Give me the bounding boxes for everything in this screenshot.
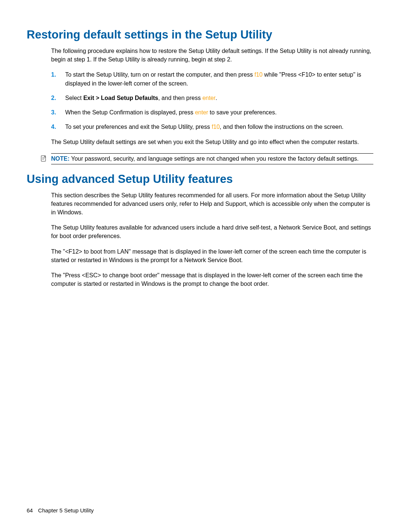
step-number: 2. <box>51 94 65 102</box>
text-pre: When the Setup Confirmation is displayed… <box>65 109 195 116</box>
text-mid: , and then press <box>158 95 202 101</box>
step-1: 1. To start the Setup Utility, turn on o… <box>51 70 373 87</box>
section2-p4: The "Press <ESC> to change boot order" m… <box>51 271 373 288</box>
note-icon <box>40 155 48 164</box>
step-text: When the Setup Confirmation is displayed… <box>65 108 373 117</box>
section2-p3: The "<F12> to boot from LAN" message tha… <box>51 247 373 264</box>
note-body: NOTE: Your password, security, and langu… <box>51 153 373 164</box>
step-text: Select Exit > Load Setup Defaults, and t… <box>65 94 373 102</box>
keycap-f10: f10 <box>254 71 263 78</box>
note-text: Your password, security, and language se… <box>70 155 359 162</box>
section1-after: The Setup Utility default settings are s… <box>51 138 373 146</box>
keycap-enter: enter <box>202 95 215 101</box>
step-number: 4. <box>51 123 65 131</box>
page-number: 64 <box>27 507 33 513</box>
step-2: 2. Select Exit > Load Setup Defaults, an… <box>51 94 373 102</box>
text-post: to save your preferences. <box>208 109 277 116</box>
section1-body: The following procedure explains how to … <box>51 47 373 147</box>
heading-restoring: Restoring default settings in the Setup … <box>27 28 373 41</box>
keycap-f10: f10 <box>211 124 220 130</box>
step-text: To set your preferences and exit the Set… <box>65 123 373 131</box>
menu-path: Exit > Load Setup Defaults <box>83 95 158 101</box>
step-3: 3. When the Setup Confirmation is displa… <box>51 108 373 117</box>
text-pre: Select <box>65 95 83 101</box>
chapter-title: Chapter 5 Setup Utility <box>38 507 94 513</box>
step-number: 3. <box>51 108 65 117</box>
text-pre: To set your preferences and exit the Set… <box>65 124 211 130</box>
section2-p1: This section describes the Setup Utility… <box>51 191 373 217</box>
step-number: 1. <box>51 70 65 87</box>
page-footer: 64 Chapter 5 Setup Utility <box>27 507 94 513</box>
note-label: NOTE: <box>51 155 70 162</box>
keycap-enter: enter <box>195 109 208 116</box>
heading-advanced: Using advanced Setup Utility features <box>27 173 373 186</box>
text-pre: To start the Setup Utility, turn on or r… <box>65 71 254 78</box>
text-post: . <box>216 95 217 101</box>
section1-intro: The following procedure explains how to … <box>51 47 373 64</box>
ordered-steps: 1. To start the Setup Utility, turn on o… <box>51 70 373 131</box>
section2-body: This section describes the Setup Utility… <box>51 191 373 288</box>
step-4: 4. To set your preferences and exit the … <box>51 123 373 131</box>
step-text: To start the Setup Utility, turn on or r… <box>65 70 373 87</box>
note-box: NOTE: Your password, security, and langu… <box>40 153 373 164</box>
text-post: , and then follow the instructions on th… <box>220 124 343 130</box>
section2-p2: The Setup Utility features available for… <box>51 223 373 240</box>
